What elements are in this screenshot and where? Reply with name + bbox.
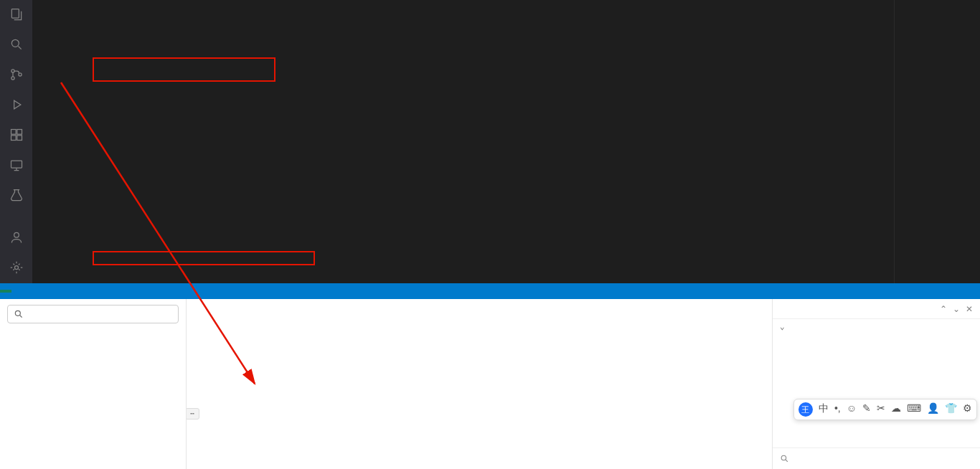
search-icon[interactable] xyxy=(8,36,25,53)
svg-rect-8 xyxy=(17,136,22,141)
svg-rect-5 xyxy=(11,130,16,135)
code-actions-icon[interactable]: ⋯ xyxy=(187,408,199,420)
tool-icon[interactable]: 中 xyxy=(819,402,829,417)
references-panel: ⌃ ⌄ ✕ ⌄ 王 中 •, ☺ ✎ ✂ ☁ ⌨ 👤 👕 ⚙ xyxy=(772,299,980,469)
status-bar xyxy=(0,283,980,299)
extensions-icon[interactable] xyxy=(8,126,25,143)
settings-icon[interactable] xyxy=(8,259,25,276)
svg-rect-6 xyxy=(17,130,22,135)
svg-rect-7 xyxy=(11,136,16,141)
tool-icon[interactable]: ✂ xyxy=(877,402,885,417)
file-tree xyxy=(0,329,186,469)
minimap[interactable] xyxy=(894,0,980,283)
file-explorer xyxy=(0,299,187,469)
debug-icon[interactable] xyxy=(8,96,25,113)
tool-main-icon[interactable]: 王 xyxy=(798,402,813,417)
account-icon[interactable] xyxy=(8,229,25,246)
tool-icon[interactable]: 👕 xyxy=(945,402,957,417)
testing-icon[interactable] xyxy=(8,186,25,204)
tool-icon[interactable]: 👤 xyxy=(927,402,939,417)
svg-point-11 xyxy=(14,266,18,270)
remote-icon[interactable] xyxy=(8,156,25,174)
ref-group[interactable]: ⌄ xyxy=(773,319,980,334)
svg-point-14 xyxy=(781,455,786,460)
tool-icon[interactable]: ☺ xyxy=(847,402,857,417)
svg-rect-9 xyxy=(11,161,22,168)
tool-icon[interactable]: ☁ xyxy=(891,402,901,417)
remote-indicator[interactable] xyxy=(0,290,11,293)
svg-rect-0 xyxy=(11,9,19,19)
svg-point-2 xyxy=(11,70,14,72)
source-control-icon[interactable] xyxy=(8,66,25,83)
log-editor[interactable] xyxy=(32,0,894,283)
annotation-box-2 xyxy=(93,251,315,265)
tool-icon[interactable]: •, xyxy=(834,402,841,417)
floating-toolbar: 王 中 •, ☺ ✎ ✂ ☁ ⌨ 👤 👕 ⚙ xyxy=(793,399,977,420)
code-editor-bottom[interactable]: ⋯ xyxy=(187,299,772,469)
svg-point-4 xyxy=(18,73,21,76)
svg-point-13 xyxy=(15,311,20,316)
tool-icon[interactable]: ✎ xyxy=(862,402,871,417)
close-panel-icon[interactable]: ✕ xyxy=(966,304,973,314)
svg-point-1 xyxy=(11,39,19,47)
chevron-down-icon: ⌄ xyxy=(780,322,785,331)
svg-point-10 xyxy=(14,232,19,237)
go-to-file-input[interactable] xyxy=(7,305,179,323)
expand-icon[interactable]: ⌄ xyxy=(953,304,960,314)
annotation-box-1 xyxy=(93,57,275,82)
search-symbol-input[interactable] xyxy=(773,447,980,469)
collapse-icon[interactable]: ⌃ xyxy=(940,304,947,314)
activity-bar xyxy=(0,0,32,283)
tool-icon[interactable]: ⌨ xyxy=(907,402,921,417)
files-icon[interactable] xyxy=(8,6,25,23)
tool-icon[interactable]: ⚙ xyxy=(963,402,972,417)
svg-point-3 xyxy=(11,77,14,80)
